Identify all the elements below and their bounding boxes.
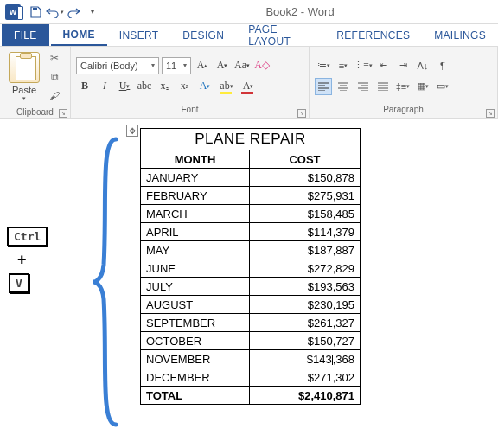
tab-mailings[interactable]: MAILINGS: [422, 24, 498, 46]
save-button[interactable]: [26, 3, 45, 22]
cell-month[interactable]: NOVEMBER: [141, 350, 250, 368]
highlight-button[interactable]: ab▾: [217, 78, 236, 95]
table-row[interactable]: AUGUST$230,195: [141, 296, 361, 314]
cell-month[interactable]: OCTOBER: [141, 332, 250, 350]
plane-repair-table[interactable]: PLANE REPAIR MONTH COST JANUARY$150,878F…: [140, 128, 361, 405]
table-move-handle[interactable]: ✥: [126, 125, 138, 137]
table-row[interactable]: JULY$193,563: [141, 278, 361, 296]
sort-button[interactable]: A↓: [414, 57, 431, 74]
header-month[interactable]: MONTH: [141, 150, 250, 169]
cell-cost[interactable]: $193,563: [250, 278, 361, 296]
clipboard-launcher[interactable]: ↘: [59, 109, 67, 118]
show-marks-button[interactable]: ¶: [434, 57, 451, 74]
cell-cost[interactable]: $187,887: [250, 241, 361, 259]
undo-button[interactable]: ▾: [45, 3, 64, 22]
cell-cost[interactable]: $150,878: [250, 169, 361, 187]
cell-month[interactable]: JULY: [141, 278, 250, 296]
numbering-button[interactable]: ≡▾: [335, 57, 352, 74]
format-painter-button[interactable]: 🖌: [47, 88, 62, 104]
table-title[interactable]: PLANE REPAIR: [141, 129, 361, 150]
subscript-button[interactable]: x: [156, 78, 173, 95]
header-cost[interactable]: COST: [250, 150, 361, 169]
table-row[interactable]: APRIL$114,379: [141, 223, 361, 241]
borders-button[interactable]: ▭▾: [434, 78, 451, 95]
table-row[interactable]: JUNE$272,829: [141, 259, 361, 278]
table-row[interactable]: NOVEMBER$143,368: [141, 350, 361, 368]
group-paragraph: ≔▾ ≡▾ ⋮≡▾ ⇤ ⇥ A↓ ¶: [310, 47, 498, 118]
tab-insert[interactable]: INSERT: [107, 24, 171, 46]
table-row[interactable]: OCTOBER$150,727: [141, 332, 361, 350]
font-launcher[interactable]: ↘: [297, 109, 306, 118]
strikethrough-button[interactable]: abc: [136, 78, 153, 95]
table-row[interactable]: MARCH$158,485: [141, 205, 361, 223]
tab-references[interactable]: REFERENCES: [324, 24, 422, 46]
total-label[interactable]: TOTAL: [141, 387, 250, 405]
cell-month[interactable]: APRIL: [141, 223, 250, 241]
bullets-button[interactable]: ≔▾: [315, 57, 332, 74]
paste-button[interactable]: [9, 52, 40, 83]
cell-cost[interactable]: $275,931: [250, 187, 361, 205]
total-value[interactable]: $2,410,871: [250, 387, 361, 405]
cell-month[interactable]: DECEMBER: [141, 368, 250, 387]
paste-label[interactable]: Paste: [12, 85, 36, 95]
qat-customize-button[interactable]: ▾: [83, 3, 102, 22]
svg-rect-0: [33, 8, 37, 10]
increase-indent-button[interactable]: ⇥: [394, 57, 412, 74]
tab-file[interactable]: FILE: [2, 24, 49, 46]
tab-home[interactable]: HOME: [51, 24, 107, 46]
cell-month[interactable]: FEBRUARY: [141, 187, 250, 205]
font-name-combo[interactable]: Calibri (Body)▾: [76, 57, 159, 74]
ribbon-tabs: FILE HOME INSERT DESIGN PAGE LAYOUT REFE…: [0, 24, 498, 47]
table-row[interactable]: JANUARY$150,878: [141, 169, 361, 187]
underline-button[interactable]: U▾: [116, 78, 133, 95]
decrease-indent-button[interactable]: ⇤: [374, 57, 392, 74]
plus-icon: +: [17, 251, 27, 269]
table-row[interactable]: SEPTEMBER$261,327: [141, 314, 361, 332]
cell-month[interactable]: MARCH: [141, 205, 250, 223]
window-title: Book2 - Word: [102, 5, 498, 18]
shading-button[interactable]: ▦▾: [414, 78, 431, 95]
table-row[interactable]: FEBRUARY$275,931: [141, 187, 361, 205]
tab-design[interactable]: DESIGN: [170, 24, 236, 46]
shrink-font-button[interactable]: A▾: [214, 57, 231, 74]
table-body: JANUARY$150,878FEBRUARY$275,931MARCH$158…: [141, 169, 361, 387]
justify-button[interactable]: [374, 78, 392, 95]
copy-button[interactable]: ⧉: [47, 69, 62, 85]
tab-page-layout[interactable]: PAGE LAYOUT: [236, 24, 324, 46]
paragraph-launcher[interactable]: ↘: [486, 109, 495, 118]
superscript-button[interactable]: x: [176, 78, 193, 95]
table-row[interactable]: MAY$187,887: [141, 241, 361, 259]
cell-month[interactable]: JUNE: [141, 259, 250, 278]
text-effects-button[interactable]: A▾: [195, 78, 214, 95]
clear-formatting-button[interactable]: A◇: [253, 57, 271, 74]
grow-font-button[interactable]: A▴: [194, 57, 211, 74]
align-right-button[interactable]: [354, 78, 372, 95]
cell-cost[interactable]: $272,829: [250, 259, 361, 278]
align-center-button[interactable]: [335, 78, 352, 95]
multilevel-list-button[interactable]: ⋮≡▾: [354, 57, 372, 74]
cell-cost[interactable]: $150,727: [250, 332, 361, 350]
change-case-button[interactable]: Aa▾: [233, 57, 251, 74]
group-clipboard-label: Clipboard: [16, 107, 54, 117]
line-spacing-button[interactable]: ‡≡▾: [394, 78, 412, 95]
table-row[interactable]: DECEMBER$271,302: [141, 368, 361, 387]
redo-button[interactable]: [64, 3, 83, 22]
cut-button[interactable]: ✂: [47, 50, 62, 66]
cell-month[interactable]: SEPTEMBER: [141, 314, 250, 332]
font-size-combo[interactable]: 11▾: [162, 57, 191, 74]
italic-button[interactable]: I: [96, 78, 113, 95]
cell-month[interactable]: MAY: [141, 241, 250, 259]
cell-cost[interactable]: $114,379: [250, 223, 361, 241]
cell-cost[interactable]: $271,302: [250, 368, 361, 387]
cell-cost[interactable]: $143,368: [250, 350, 361, 368]
bold-button[interactable]: B: [76, 78, 93, 95]
cell-month[interactable]: JANUARY: [141, 169, 250, 187]
cell-month[interactable]: AUGUST: [141, 296, 250, 314]
cell-cost[interactable]: $230,195: [250, 296, 361, 314]
font-color-button[interactable]: A▾: [239, 78, 258, 95]
group-paragraph-label: Paragraph: [383, 105, 424, 114]
cell-cost[interactable]: $158,485: [250, 205, 361, 223]
align-left-button[interactable]: [315, 78, 332, 95]
cell-cost[interactable]: $261,327: [250, 314, 361, 332]
document-area[interactable]: Ctrl + V ✥ PLANE REPAIR MONTH COST JANUA…: [0, 119, 498, 448]
